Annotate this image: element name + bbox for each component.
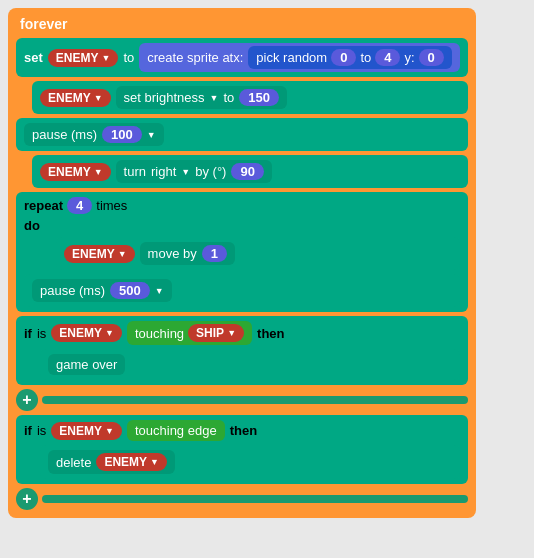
ship-pill[interactable]: SHIP [188, 324, 244, 342]
enemy-pill-7[interactable]: ENEMY [96, 453, 167, 471]
enemy-pill-6[interactable]: ENEMY [51, 422, 122, 440]
then-label-2: then [230, 423, 257, 438]
is-label-1: is [37, 326, 46, 341]
do-label-row: do [24, 218, 460, 233]
pause-ms-1: pause (ms) 100 ▼ [24, 123, 164, 146]
turn-right-block: turn right ▼ by (°) 90 [116, 160, 272, 183]
move-value[interactable]: 1 [202, 245, 227, 262]
turn-block: ENEMY turn right ▼ by (°) 90 [32, 155, 468, 188]
right-label: right [151, 164, 176, 179]
pick-random-block: pick random 0 to 4 y: 0 [248, 46, 451, 69]
pause-block-1: pause (ms) 100 ▼ [16, 118, 468, 151]
brightness-block: set brightness ▼ to 150 [116, 86, 287, 109]
delete-block: delete ENEMY [40, 445, 460, 479]
move-block: ENEMY move by 1 [56, 237, 460, 270]
set-label: set [24, 50, 43, 65]
set-brightness-block: ENEMY set brightness ▼ to 150 [32, 81, 468, 114]
repeat-label: repeat [24, 198, 63, 213]
if-block-1: if is ENEMY touching SHIP then game over [16, 316, 468, 385]
pause-dropdown-icon-2[interactable]: ▼ [155, 286, 164, 296]
forever-label: forever [16, 14, 468, 34]
game-over-block: game over [40, 349, 460, 380]
brightness-dropdown-icon[interactable]: ▼ [210, 93, 219, 103]
is-label-2: is [37, 423, 46, 438]
pick-random-to[interactable]: 4 [375, 49, 400, 66]
set-block: set ENEMY to create sprite atx: pick ran… [16, 38, 468, 77]
brightness-value[interactable]: 150 [239, 89, 279, 106]
touching-ship-block: touching SHIP [127, 321, 252, 345]
add-button-1[interactable]: + [16, 389, 38, 411]
turn-dropdown-icon[interactable]: ▼ [181, 167, 190, 177]
forever-block: forever set ENEMY to create sprite atx: … [8, 8, 476, 518]
repeat-times[interactable]: 4 [67, 197, 92, 214]
enemy-pill-2[interactable]: ENEMY [40, 89, 111, 107]
game-over-text: game over [48, 354, 125, 375]
turn-degrees[interactable]: 90 [231, 163, 263, 180]
add-row-1: + [16, 389, 468, 411]
pause-dropdown-icon-1[interactable]: ▼ [147, 130, 156, 140]
if-block-2: if is ENEMY touching edge then delete EN… [16, 415, 468, 484]
do-label: do [24, 218, 40, 233]
pick-random-from[interactable]: 0 [331, 49, 356, 66]
workspace: forever set ENEMY to create sprite atx: … [0, 0, 534, 558]
add-row-2: + [16, 488, 468, 510]
add-button-2[interactable]: + [16, 488, 38, 510]
delete-text: delete ENEMY [48, 450, 175, 474]
pause-value-1[interactable]: 100 [102, 126, 142, 143]
pause-value-2[interactable]: 500 [110, 282, 150, 299]
y-value[interactable]: 0 [419, 49, 444, 66]
times-label: times [96, 198, 127, 213]
enemy-pill-1[interactable]: ENEMY [48, 49, 119, 67]
touching-edge-block: touching edge [127, 420, 225, 441]
to-label-1: to [123, 50, 134, 65]
repeat-block: repeat 4 times do ENEMY move by 1 pause … [16, 192, 468, 312]
pause-block-2: pause (ms) 500 ▼ [24, 274, 460, 307]
repeat-header: repeat 4 times [24, 197, 460, 214]
create-sprite-block: create sprite atx: pick random 0 to 4 y:… [139, 43, 460, 72]
if-row-1: if is ENEMY touching SHIP then [24, 321, 460, 345]
spacer-1 [42, 396, 468, 404]
if-label-2: if [24, 423, 32, 438]
enemy-pill-4[interactable]: ENEMY [64, 245, 135, 263]
if-row-2: if is ENEMY touching edge then [24, 420, 460, 441]
enemy-pill-5[interactable]: ENEMY [51, 324, 122, 342]
move-by-block: move by 1 [140, 242, 235, 265]
spacer-2 [42, 495, 468, 503]
enemy-pill-3[interactable]: ENEMY [40, 163, 111, 181]
then-label-1: then [257, 326, 284, 341]
pause-ms-2: pause (ms) 500 ▼ [32, 279, 172, 302]
if-label-1: if [24, 326, 32, 341]
